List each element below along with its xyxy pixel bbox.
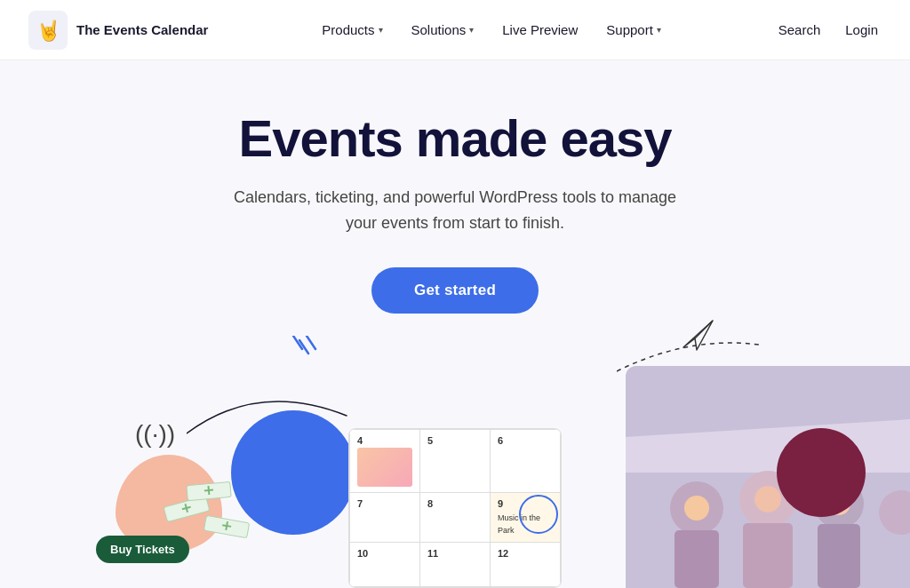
cal-cell-5: 5 — [420, 430, 491, 493]
chevron-down-icon: ▾ — [469, 25, 474, 35]
cal-cell-4: 4 — [350, 430, 420, 493]
chevron-down-icon: ▾ — [657, 25, 661, 35]
nav-center: Products ▾ Solutions ▾ Live Preview Supp… — [311, 15, 672, 44]
svg-text:🤘: 🤘 — [36, 19, 61, 43]
nav-item-products[interactable]: Products ▾ — [311, 15, 393, 44]
cal-cell-12: 12 — [491, 543, 561, 587]
svg-line-4 — [307, 336, 315, 349]
buy-tickets-button[interactable]: Buy Tickets — [96, 536, 189, 563]
blue-circle-decoration — [231, 410, 355, 535]
calendar-widget: 4 5 6 7 8 9 Music in the Park — [348, 428, 562, 588]
logo-icon: 🤘 — [28, 11, 68, 50]
get-started-button[interactable]: Get started — [371, 267, 539, 314]
dashed-line-decoration — [617, 327, 777, 384]
cal-cell-8: 8 — [420, 493, 491, 543]
hero-title: Events made easy — [239, 110, 672, 167]
svg-point-15 — [684, 496, 709, 520]
login-button[interactable]: Login — [842, 15, 882, 44]
search-button[interactable]: Search — [775, 15, 825, 44]
nav-item-support[interactable]: Support ▾ — [595, 15, 672, 44]
hero-section: Events made easy Calendars, ticketing, a… — [0, 60, 910, 314]
svg-rect-9 — [675, 530, 719, 588]
squiggly-decoration — [275, 336, 329, 393]
svg-text:((·)): ((·)) — [135, 420, 175, 448]
calendar-grid: 4 5 6 7 8 9 Music in the Park — [349, 429, 561, 587]
cal-cell-6: 6 — [491, 430, 561, 493]
cal-cell-11: 11 — [420, 543, 491, 587]
cal-cell-10: 10 — [350, 543, 420, 587]
cal-cell-7: 7 — [350, 493, 420, 543]
illustrations-area: ((·)) 4 — [0, 339, 910, 588]
calendar-circle-highlight — [519, 495, 558, 534]
logo-text: The Events Calendar — [76, 22, 208, 37]
nav-right: Search Login — [775, 15, 882, 44]
bandage-decoration-3 — [186, 481, 231, 501]
maroon-circle-decoration — [777, 428, 866, 517]
cal-cell-image — [357, 448, 412, 487]
photo-area — [626, 366, 910, 588]
logo-link[interactable]: 🤘 The Events Calendar — [28, 11, 208, 50]
svg-point-16 — [754, 486, 781, 513]
chevron-down-icon: ▾ — [379, 25, 383, 35]
navigation: 🤘 The Events Calendar Products ▾ Solutio… — [0, 0, 910, 60]
radio-waves-icon: ((·)) — [135, 417, 180, 455]
cal-cell-9: 9 Music in the Park — [491, 493, 561, 543]
nav-item-live-preview[interactable]: Live Preview — [491, 15, 588, 44]
svg-rect-13 — [818, 524, 860, 588]
hero-subtitle: Calendars, ticketing, and powerful WordP… — [224, 185, 686, 236]
nav-item-solutions[interactable]: Solutions ▾ — [401, 15, 485, 44]
svg-rect-11 — [743, 523, 793, 588]
